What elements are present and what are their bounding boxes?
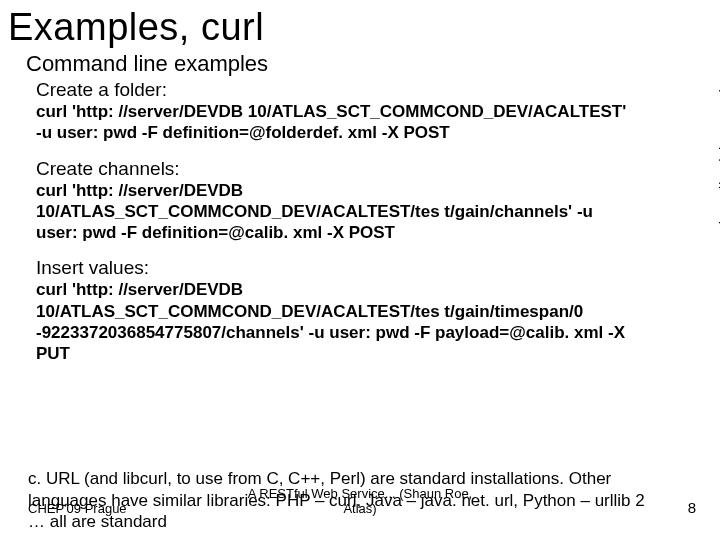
label-create-channels: Create channels: (36, 158, 700, 180)
code-insert-values: curl 'http: //server/DEVDB 10/ATLAS_SCT_… (36, 279, 636, 364)
side-url: http: //curl. haxx. se/ (716, 90, 720, 224)
label-create-folder: Create a folder: (36, 79, 700, 101)
footer-center: A RESTful Web Service... (Shaun Roe, Atl… (0, 486, 720, 516)
footer-center-line2: Atlas) (343, 501, 376, 516)
footer-center-line1: A RESTful Web Service... (Shaun Roe, (248, 486, 472, 501)
slide-subtitle: Command line examples (26, 51, 700, 77)
slide-title: Examples, curl (8, 6, 700, 49)
page-number: 8 (688, 499, 696, 516)
label-insert-values: Insert values: (36, 257, 700, 279)
code-create-folder: curl 'http: //server/DEVDB 10/ATLAS_SCT_… (36, 101, 636, 144)
code-create-channels: curl 'http: //server/DEVDB 10/ATLAS_SCT_… (36, 180, 636, 244)
slide: http: //curl. haxx. se/ Examples, curl C… (0, 0, 720, 540)
